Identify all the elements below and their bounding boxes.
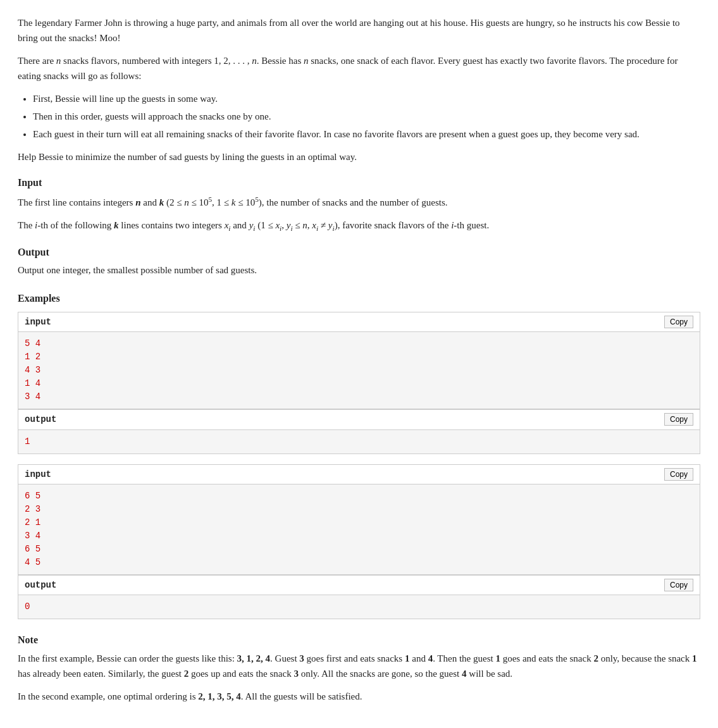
output-section: Output Output one integer, the smallest … (18, 244, 700, 278)
example-1-input-body: 5 4 1 2 4 3 1 4 3 4 (18, 332, 700, 409)
i-var: i (35, 220, 37, 230)
example-2-output-label: output (25, 578, 56, 592)
example-2-output-body: 0 (18, 595, 700, 619)
bullet-1: First, Bessie will line up the guests in… (33, 91, 700, 106)
input-section: Input The first line contains integers n… (18, 175, 700, 234)
example-2-output-header: output Copy (18, 575, 700, 595)
example-2-input-body: 6 5 2 3 2 1 3 4 6 5 4 5 (18, 484, 700, 575)
input-line-1: The first line contains integers n and k… (18, 194, 700, 210)
intro-paragraph-1: The legendary Farmer John is throwing a … (18, 15, 700, 46)
n-var-1: n (56, 56, 61, 66)
example-1-output-header: output Copy (18, 409, 700, 429)
example-1: input Copy 5 4 1 2 4 3 1 4 3 4 output Co… (18, 312, 700, 454)
n-bold: n (135, 197, 140, 207)
input-line-2: The i-th of the following k lines contai… (18, 218, 700, 234)
example-2-input-header: input Copy (18, 464, 700, 484)
output-text: Output one integer, the smallest possibl… (18, 262, 700, 278)
note-paragraph-2: In the second example, one optimal order… (18, 689, 700, 704)
example-1-output-body: 1 (18, 430, 700, 454)
bullet-2: Then in this order, guests will approach… (33, 109, 700, 124)
example-2-input-copy-button[interactable]: Copy (664, 468, 693, 481)
example-1-input-label: input (25, 315, 51, 329)
bullet-3: Each guest in their turn will eat all re… (33, 126, 700, 142)
n-var-3: n (304, 56, 309, 66)
example-1-output-label: output (25, 412, 56, 426)
intro-paragraph-2: There are n snacks flavors, numbered wit… (18, 53, 700, 83)
example-2-output-copy-button[interactable]: Copy (664, 579, 693, 591)
example-2-input-label: input (25, 467, 51, 481)
main-content: The legendary Farmer John is throwing a … (18, 15, 700, 704)
example-1-input-copy-button[interactable]: Copy (664, 316, 693, 328)
examples-section: Examples input Copy 5 4 1 2 4 3 1 4 3 4 … (18, 290, 700, 619)
example-2: input Copy 6 5 2 3 2 1 3 4 6 5 4 5 outpu… (18, 464, 700, 620)
k-bold: k (159, 197, 164, 207)
note-paragraph-1: In the first example, Bessie can order t… (18, 651, 700, 681)
examples-title: Examples (18, 290, 700, 307)
input-title: Input (18, 175, 700, 191)
example-1-output-copy-button[interactable]: Copy (664, 413, 693, 426)
output-title: Output (18, 244, 700, 261)
example-1-input-header: input Copy (18, 312, 700, 332)
note-section: Note In the first example, Bessie can or… (18, 632, 700, 704)
k-bold-2: k (114, 220, 119, 230)
n-var-2: n (252, 56, 257, 66)
help-text: Help Bessie to minimize the number of sa… (18, 149, 700, 164)
note-title: Note (18, 632, 700, 648)
procedure-list: First, Bessie will line up the guests in… (33, 91, 700, 142)
